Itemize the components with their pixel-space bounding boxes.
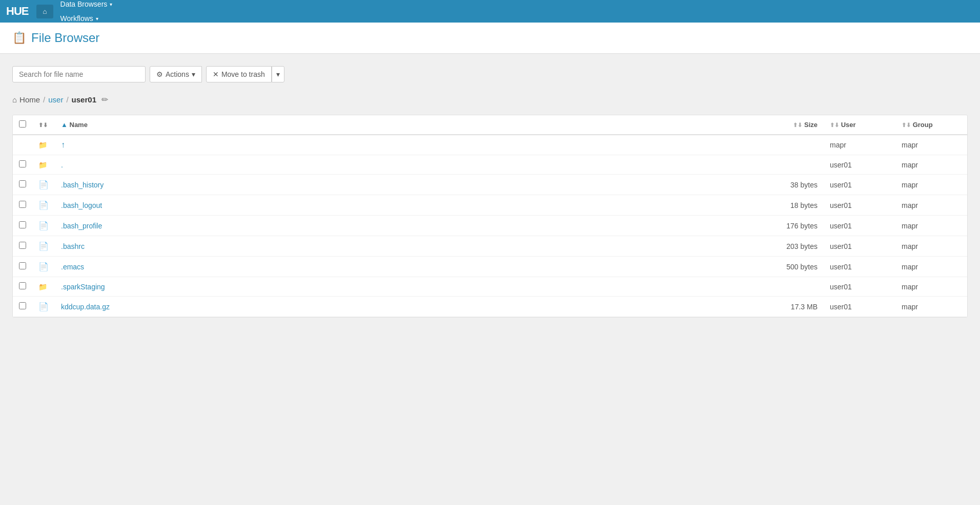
breadcrumb-current: user01 [72,95,96,104]
row-group-cell: mapr [895,135,967,155]
actions-button[interactable]: ⚙ Actions ▾ [150,66,202,82]
folder-icon: 📁 [38,141,47,149]
row-icon-cell: 📄 [32,216,55,236]
table-row: 📁.user01mapr [13,155,967,175]
breadcrumb: ⌂ Home / user / user01 ✏ [12,95,968,104]
row-size-cell [762,155,824,175]
row-size-cell [762,277,824,297]
row-name-cell: .bashrc [55,236,762,257]
actions-label: Actions [166,70,189,78]
sort-icon: ⬆⬇ [38,122,48,128]
table-row: 📄.bashrc203 bytesuser01mapr [13,236,967,257]
row-name-cell: .emacs [55,257,762,277]
row-name-cell: .sparkStaging [55,277,762,297]
nav-item-workflows[interactable]: Workflows▾ [53,11,106,26]
file-link[interactable]: .bash_history [61,181,104,189]
actions-button-group: ⚙ Actions ▾ [150,66,202,82]
row-checkbox[interactable] [19,302,26,309]
nav-home-button[interactable]: ⌂ [36,5,53,18]
row-checkbox[interactable] [19,201,26,208]
header-name-label: Name [70,121,88,129]
file-icon: 📄 [38,201,49,209]
file-link[interactable]: .bash_logout [61,201,102,209]
header-user-label: User [841,121,856,129]
breadcrumb-sep-2: / [66,95,68,104]
header-sort-col: ⬆⬇ [32,115,55,135]
row-checkbox[interactable] [19,282,26,289]
breadcrumb-home-label: Home [19,95,40,104]
file-link[interactable]: .emacs [61,263,84,271]
row-name-cell: .bash_logout [55,195,762,216]
row-checkbox-cell [13,277,32,297]
file-link[interactable]: .bash_profile [61,222,102,230]
row-checkbox-cell [13,257,32,277]
row-name-cell: ↑ [55,135,762,155]
row-size-cell: 38 bytes [762,175,824,195]
folder-icon: 📁 [38,283,47,291]
file-browser-icon: 📋 [12,31,26,45]
row-checkbox-cell [13,135,32,155]
row-checkbox[interactable] [19,221,26,228]
file-icon: 📄 [38,180,49,189]
row-checkbox[interactable] [19,180,26,187]
move-to-trash-label: Move to trash [221,70,265,78]
row-size-cell [762,135,824,155]
header-group[interactable]: ⬆⬇ Group [895,115,967,135]
row-name-cell: .bash_profile [55,216,762,236]
breadcrumb-home[interactable]: ⌂ Home [12,95,40,104]
move-to-trash-caret-icon: ▾ [276,70,280,78]
row-checkbox-cell [13,216,32,236]
row-checkbox-cell [13,236,32,257]
row-checkbox[interactable] [19,160,26,167]
page-title: File Browser [31,31,99,45]
file-table-body: 📁↑maprmapr📁.user01mapr📄.bash_history38 b… [13,135,967,317]
row-icon-cell: 📄 [32,195,55,216]
file-link[interactable]: .bashrc [61,242,85,250]
search-input[interactable] [12,66,146,82]
row-user-cell: user01 [824,236,895,257]
actions-caret-icon: ▾ [192,70,195,78]
row-user-cell: user01 [824,257,895,277]
nav-caret-icon: ▾ [110,2,112,7]
breadcrumb-sep-1: / [43,95,45,104]
header-name[interactable]: ▲ Name [55,115,762,135]
row-size-cell: 18 bytes [762,195,824,216]
table-row: 📄kddcup.data.gz17.3 MBuser01mapr [13,297,967,317]
nav-item-data-browsers[interactable]: Data Browsers▾ [53,0,120,11]
move-to-trash-button[interactable]: ✕ Move to trash [206,66,272,82]
file-link[interactable]: kddcup.data.gz [61,303,110,311]
navbar: HUE ⌂ Query Editors▾Data Browsers▾Workfl… [0,0,980,23]
row-icon-cell: 📄 [32,297,55,317]
move-to-trash-caret-button[interactable]: ▾ [272,66,284,82]
breadcrumb-edit-icon[interactable]: ✏ [101,95,108,104]
header-group-label: Group [913,121,933,129]
row-checkbox[interactable] [19,262,26,269]
hue-logo: HUE [6,5,28,18]
move-to-trash-button-group: ✕ Move to trash ▾ [206,66,284,82]
row-icon-cell: 📁 [32,135,55,155]
row-group-cell: mapr [895,175,967,195]
nav-label: Data Browsers [60,0,108,8]
nav-caret-icon: ▾ [96,16,98,22]
row-size-cell: 17.3 MB [762,297,824,317]
size-sort-icon: ⬆⬇ [793,122,802,128]
breadcrumb-user-link[interactable]: user [48,95,63,104]
trash-x-icon: ✕ [213,70,219,78]
row-group-cell: mapr [895,277,967,297]
parent-dir-link[interactable]: ↑ [61,140,65,149]
row-checkbox[interactable] [19,242,26,249]
header-size-label: Size [804,121,818,129]
table-row: 📁↑maprmapr [13,135,967,155]
header-user[interactable]: ⬆⬇ User [824,115,895,135]
table-header: ⬆⬇ ▲ Name ⬆⬇ Size ⬆⬇ User ⬆⬇ [13,115,967,135]
select-all-checkbox[interactable] [19,120,26,128]
row-user-cell: user01 [824,155,895,175]
home-icon: ⌂ [43,8,47,15]
file-link[interactable]: . [61,161,63,169]
brand: HUE [6,5,28,18]
row-size-cell: 203 bytes [762,236,824,257]
row-checkbox-cell [13,155,32,175]
row-group-cell: mapr [895,297,967,317]
file-link[interactable]: .sparkStaging [61,283,105,291]
header-size[interactable]: ⬆⬇ Size [762,115,824,135]
